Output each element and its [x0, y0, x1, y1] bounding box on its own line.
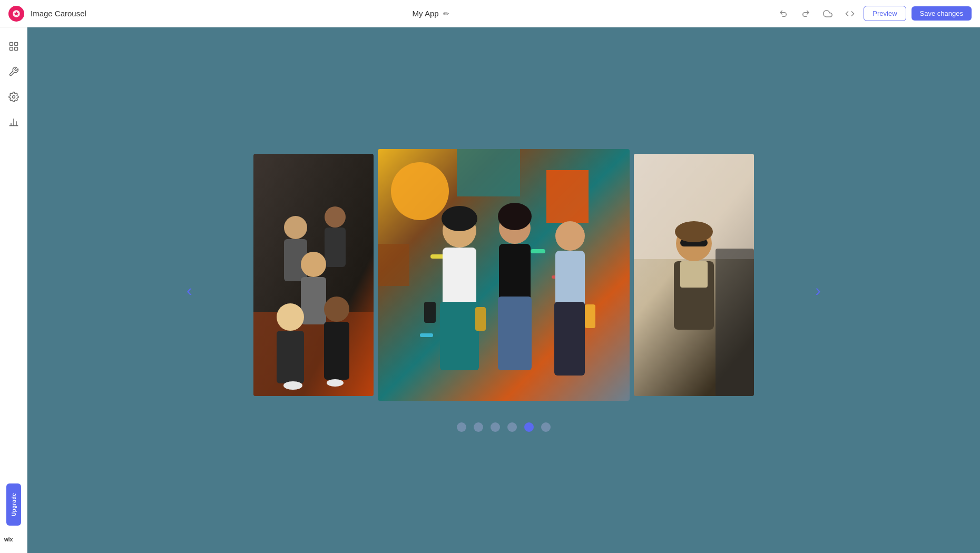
svg-point-41 [498, 203, 532, 230]
svg-rect-38 [440, 302, 479, 370]
carousel-dot-6[interactable] [541, 422, 551, 432]
carousel-image-center[interactable] [378, 149, 630, 401]
svg-rect-28 [546, 170, 589, 223]
svg-rect-18 [301, 277, 326, 324]
cloud-save-button[interactable] [819, 5, 836, 22]
topbar: Image Carousel My App ✏ [0, 0, 980, 27]
carousel-prev-button[interactable]: ‹ [182, 276, 197, 304]
svg-point-5 [12, 96, 15, 98]
carousel-image-left[interactable] [253, 154, 374, 396]
topbar-center: My App ✏ [93, 9, 769, 18]
main-layout: Upgrade wix ‹ › [0, 27, 980, 553]
page-title: Image Carousel [31, 9, 86, 18]
carousel-dots [457, 422, 551, 432]
settings-icon [8, 92, 19, 102]
svg-point-21 [324, 297, 349, 322]
upgrade-button[interactable]: Upgrade [6, 483, 21, 526]
wix-wordmark: wix [4, 535, 23, 544]
svg-rect-29 [378, 244, 409, 286]
left-image-svg [253, 154, 374, 396]
carousel-image-right[interactable] [634, 154, 754, 396]
undo-button[interactable] [775, 5, 792, 22]
svg-rect-2 [14, 43, 17, 46]
sidebar: Upgrade wix [0, 27, 27, 553]
cloud-icon [823, 9, 832, 18]
svg-rect-55 [680, 261, 708, 288]
carousel-track [214, 149, 793, 401]
svg-text:wix: wix [4, 537, 13, 542]
topbar-actions: Preview Save changes [775, 5, 972, 22]
svg-point-23 [283, 381, 302, 390]
chart-icon [8, 117, 19, 127]
sidebar-item-tools[interactable] [3, 61, 24, 82]
svg-point-44 [555, 221, 585, 251]
svg-rect-20 [277, 331, 304, 383]
redo-icon [801, 9, 810, 18]
svg-point-13 [284, 216, 307, 239]
svg-point-36 [442, 206, 477, 231]
grid-icon [8, 41, 19, 52]
carousel-dot-5[interactable] [524, 422, 534, 432]
sidebar-item-analytics[interactable] [3, 112, 24, 133]
svg-rect-32 [531, 249, 545, 253]
logo-icon [12, 9, 21, 18]
code-button[interactable] [841, 5, 858, 22]
svg-rect-43 [498, 297, 532, 370]
svg-rect-56 [716, 249, 754, 396]
carousel-dot-4[interactable] [507, 422, 517, 432]
carousel-next-button[interactable]: › [811, 276, 825, 304]
carousel-dot-2[interactable] [474, 422, 483, 432]
svg-rect-47 [475, 307, 486, 331]
carousel-images [253, 149, 754, 401]
svg-rect-4 [14, 47, 17, 51]
svg-rect-1 [9, 43, 13, 46]
carousel-wrapper: ‹ › [214, 149, 793, 432]
svg-point-26 [391, 162, 449, 220]
canvas-area: ‹ › [27, 27, 980, 553]
edit-app-name-icon[interactable]: ✏ [443, 9, 449, 18]
app-logo [8, 6, 24, 22]
sidebar-item-settings[interactable] [3, 86, 24, 107]
svg-rect-46 [554, 302, 585, 376]
svg-point-15 [325, 206, 346, 228]
svg-rect-34 [420, 333, 433, 337]
preview-button[interactable]: Preview [864, 6, 906, 21]
redo-button[interactable] [797, 5, 814, 22]
wix-logo: wix [4, 534, 23, 545]
carousel-dot-1[interactable] [457, 422, 466, 432]
svg-rect-16 [325, 228, 346, 267]
center-image-svg [378, 149, 630, 401]
right-image-svg [634, 154, 754, 396]
undo-icon [779, 9, 788, 18]
code-icon [845, 9, 855, 18]
svg-rect-3 [9, 47, 13, 51]
svg-rect-39 [424, 302, 436, 323]
svg-point-53 [675, 221, 713, 242]
wrench-icon [8, 66, 19, 77]
carousel-dot-3[interactable] [491, 422, 500, 432]
svg-rect-22 [324, 322, 349, 380]
svg-rect-48 [585, 304, 595, 328]
svg-point-17 [301, 252, 326, 277]
svg-point-24 [327, 379, 344, 387]
svg-rect-27 [457, 149, 520, 196]
sidebar-item-dashboard[interactable] [3, 36, 24, 57]
svg-point-19 [277, 303, 304, 331]
app-name-label: My App [413, 9, 439, 18]
save-changes-button[interactable]: Save changes [912, 6, 972, 21]
